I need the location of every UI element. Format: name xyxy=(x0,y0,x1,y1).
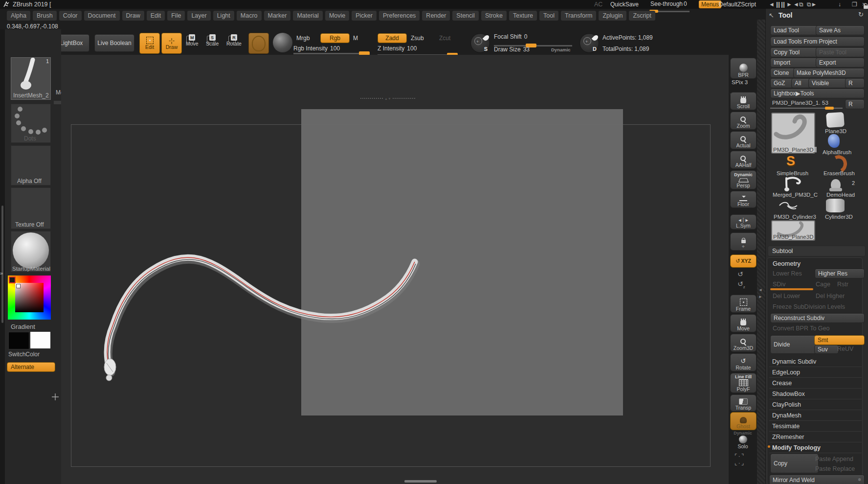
convert-bpr-button[interactable]: Convert BPR To Geo xyxy=(773,325,830,332)
menu-tool[interactable]: Tool xyxy=(539,11,558,21)
menu-transform[interactable]: Transform xyxy=(561,11,597,21)
section-dynamic-subdiv[interactable]: Dynamic Subdiv xyxy=(769,356,862,367)
section-zremesher[interactable]: ZRemesher xyxy=(769,432,862,442)
reuv-button[interactable]: ReUV xyxy=(837,346,853,352)
menu-render[interactable]: Render xyxy=(422,11,450,21)
edit-button[interactable]: Edit xyxy=(139,33,160,54)
left-tray-expander-icon[interactable]: » xyxy=(0,270,3,276)
tool-thumb-simplebrush[interactable]: S xyxy=(786,154,795,169)
goz-visible-button[interactable]: Visible xyxy=(808,78,849,88)
freeze-subdivision-button[interactable]: Freeze SubDivision Levels xyxy=(773,303,845,310)
tray-expand-icon[interactable]: ► xyxy=(758,295,762,299)
transp-button[interactable]: Transp xyxy=(730,394,757,412)
menu-alpha[interactable]: Alpha xyxy=(7,11,30,21)
menu-stencil[interactable]: Stencil xyxy=(452,11,479,21)
load-tool-button[interactable]: Load Tool xyxy=(770,25,820,35)
section-modify-topology[interactable]: Modify Topology xyxy=(769,442,862,453)
stroke-dots-thumbnail[interactable]: Dots xyxy=(11,104,51,143)
paste-tool-button[interactable]: Paste Tool xyxy=(816,47,865,57)
zoom3d-button[interactable]: Zoom3D xyxy=(730,334,757,352)
minimize-icon[interactable]: ↓ xyxy=(838,1,841,8)
import-button[interactable]: Import xyxy=(770,58,820,68)
lsym-button[interactable]: ◄┆►L.Sym xyxy=(730,214,757,230)
draw-dial[interactable]: + D xyxy=(579,33,599,53)
save-as-button[interactable]: Save As xyxy=(816,25,865,35)
z-intensity-slider[interactable]: Z Intensity 100 xyxy=(378,45,417,52)
spin-icon[interactable]: ↺ xyxy=(737,270,743,278)
menus-toggle[interactable]: Menus xyxy=(699,0,721,8)
menu-document[interactable]: Document xyxy=(84,11,120,21)
scale-canvas-icon[interactable]: ⌜·⌝⌞·⌟ xyxy=(734,453,745,466)
section-claypolish[interactable]: ClayPolish xyxy=(769,399,862,410)
subtool-section-header[interactable]: Subtool xyxy=(768,246,866,256)
rgb-button[interactable]: Rgb xyxy=(320,33,350,43)
xyz-button[interactable]: ↺ XYZ xyxy=(730,254,757,268)
menu-texture[interactable]: Texture xyxy=(509,11,537,21)
default-zscript-button[interactable]: DefaultZScript xyxy=(719,1,756,8)
section-shadowbox[interactable]: ShadowBox xyxy=(769,389,862,399)
lower-res-button[interactable]: Lower Res xyxy=(773,270,802,277)
draw-button[interactable]: -¦- Draw xyxy=(161,33,182,54)
active-tool-r-button[interactable]: R xyxy=(845,99,865,109)
local-button[interactable]: ⌖ xyxy=(730,232,757,251)
tool-thumb-cylinder3d[interactable] xyxy=(826,199,845,212)
menu-edit[interactable]: Edit xyxy=(147,11,165,21)
tool-thumb-cylinder3[interactable] xyxy=(777,200,801,213)
frame-button[interactable]: Frame xyxy=(730,295,757,313)
cage-button[interactable]: Cage xyxy=(816,281,830,288)
actual-button[interactable]: Actual xyxy=(730,131,757,149)
right-tray-divider[interactable]: ◄ ► xyxy=(757,20,765,484)
menu-marker[interactable]: Marker xyxy=(264,11,291,21)
geometry-section-header[interactable]: Geometry xyxy=(773,260,801,267)
copy-geometry-button[interactable]: Copy xyxy=(770,454,819,473)
current-brush-button[interactable] xyxy=(248,33,269,54)
menu-zplugin[interactable]: Zplugin xyxy=(599,11,626,21)
ghost-button[interactable]: Ghost xyxy=(730,412,757,430)
scale-button[interactable]: S Scale xyxy=(206,34,219,46)
solo-button[interactable]: Dynamic Solo xyxy=(730,431,756,450)
material-thumbnail[interactable]: StartupMaterial xyxy=(11,231,51,272)
higher-res-button[interactable]: Higher Res xyxy=(815,269,865,278)
alternate-button[interactable]: Alternate xyxy=(7,362,55,372)
color-picker[interactable] xyxy=(8,276,51,320)
aahalf-button[interactable]: AAHalf xyxy=(730,151,757,169)
rstr-button[interactable]: Rstr xyxy=(837,281,848,288)
goz-r-button[interactable]: R xyxy=(845,78,865,88)
persp-button[interactable]: Dynamic Persp xyxy=(730,170,757,189)
rgb-intensity-track[interactable] xyxy=(293,53,368,54)
dynamic-draw-size-label[interactable]: Dynamic xyxy=(551,47,571,52)
live-boolean-button[interactable]: Live Boolean xyxy=(94,34,134,52)
divider-arrows-icon[interactable]: ▲▼ xyxy=(384,97,391,100)
tray-collapse-icon[interactable]: ◄ xyxy=(758,288,762,292)
canvas[interactable]: ▲▼ xyxy=(61,55,729,484)
tool-thumb-plane3d[interactable] xyxy=(826,112,845,128)
left-tray-scrollbar[interactable] xyxy=(1,206,3,323)
tool-thumb-merged[interactable] xyxy=(781,176,803,192)
rgb-intensity-slider[interactable]: Rgb Intensity 100 xyxy=(293,45,340,52)
stroke-dial[interactable]: + S xyxy=(470,33,490,53)
suv-toggle[interactable]: Suv xyxy=(814,345,839,354)
menu-movie[interactable]: Movie xyxy=(325,11,349,21)
floor-button[interactable]: Floor xyxy=(730,191,757,208)
canvas-divider-handle[interactable]: ▲▼ xyxy=(360,96,415,101)
active-tool-slider[interactable]: PM3D_Plane3D_1. 53 xyxy=(770,99,843,109)
prev-doc-icon[interactable]: ◄⧉ xyxy=(793,1,803,8)
lightbox-tools-button[interactable]: Lightbox▶Tools xyxy=(770,89,865,98)
m-button[interactable]: M xyxy=(353,35,358,42)
load-tools-from-project-button[interactable]: Load Tools From Project xyxy=(770,37,865,46)
menu-picker[interactable]: Picker xyxy=(352,11,377,21)
make-polymesh3d-button[interactable]: Make PolyMesh3D xyxy=(793,68,865,78)
draw-size-slider[interactable]: Draw Size 33 xyxy=(494,46,530,53)
reconstruct-subdiv-button[interactable]: Reconstruct Subdiv xyxy=(770,313,865,323)
menu-draw[interactable]: Draw xyxy=(122,11,144,21)
spin-z-icon[interactable]: ↺z xyxy=(737,280,745,289)
paste-append-button[interactable]: Paste Append xyxy=(815,456,853,462)
menu-stroke[interactable]: Stroke xyxy=(481,11,507,21)
next-doc-icon[interactable]: ⧉► xyxy=(807,1,817,8)
rotate3d-button[interactable]: ↺Rotate xyxy=(730,353,757,371)
mirror-axis-icons[interactable]: ✲ xyxy=(858,478,861,482)
menu-preferences[interactable]: Preferences xyxy=(379,11,420,21)
move3d-button[interactable]: Move xyxy=(730,314,757,332)
menu-zscript[interactable]: Zscript xyxy=(629,11,655,21)
quicksave-button[interactable]: QuickSave xyxy=(610,1,639,8)
